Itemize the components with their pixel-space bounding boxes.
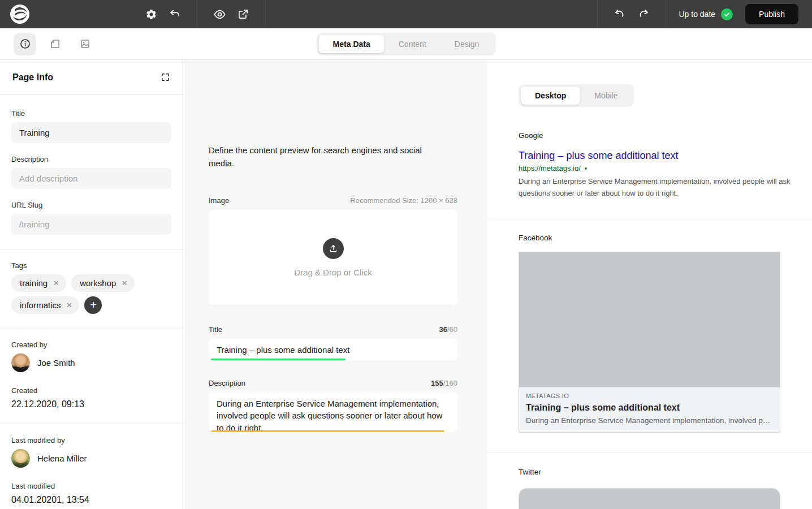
editor-intro-text: Define the content preview for search en… [209,144,436,170]
topbar-divider [265,0,266,28]
meta-title-label: Title [209,325,222,334]
url-slug-field-group: URL Slug [11,201,171,235]
top-bar: Up to date Publish [0,0,812,28]
device-toggle-desktop[interactable]: Desktop [521,87,580,105]
twitter-image-placeholder [519,488,780,509]
meta-title-card [209,339,457,360]
page-image-tool-button[interactable] [74,33,96,55]
last-modified-by-label: Last modified by [11,436,171,445]
device-toggle-mobile[interactable]: Mobile [580,87,632,105]
back-undo-button[interactable] [167,7,182,21]
app-logo-button[interactable] [10,4,30,24]
last-modified-date: 04.01.20201, 13:54 [11,495,171,505]
google-preview-section: Desktop Mobile Google Training – plus so… [487,60,812,218]
avatar [11,353,30,372]
upload-icon [323,238,344,259]
tag-label: training [20,278,47,288]
publish-button[interactable]: Publish [745,4,798,24]
image-picture-icon [79,38,91,50]
preview-panel: Desktop Mobile Google Training – plus so… [487,60,812,509]
url-slug-input[interactable] [11,214,171,235]
tags-label: Tags [11,261,171,270]
description-input[interactable] [11,168,171,189]
page-content-tool-button[interactable] [44,33,66,55]
image-label-row: Image Recommended Size: 1200 × 628 [209,196,457,205]
facebook-card-footer: METATAGS.IO Training – plus some additio… [519,387,780,432]
url-slug-field-label: URL Slug [11,201,171,209]
sidebar-divider [0,328,183,329]
title-input[interactable] [11,122,171,143]
twitter-preview-section: Twitter [487,452,812,509]
editor-tabs: Meta Data Content Design [317,33,496,55]
preview-button[interactable] [212,7,227,21]
meta-data-editor: Define the content preview for search en… [183,60,487,509]
created-by-label: Created by [11,340,171,349]
facebook-title: Training – plus some additional text [526,403,773,413]
expand-sidebar-button[interactable] [161,72,170,82]
redo-button[interactable] [636,7,651,21]
undo-button[interactable] [612,7,627,21]
dropzone-text: Drag & Drop or Click [294,268,372,277]
redo-icon [637,8,650,20]
main-area: Page Info Title Description URL Slug [0,60,812,509]
tab-content[interactable]: Content [385,35,440,53]
tags-list: training × workshop × informatics × + [11,274,141,314]
title-underline [211,359,345,360]
tag-pill-informatics: informatics × [11,296,79,314]
fullscreen-expand-icon [161,72,170,82]
meta-description-label-row: Description 155/160 [209,379,457,387]
url-dropdown-caret-icon: ▾ [585,166,588,171]
facebook-domain: METATAGS.IO [526,392,773,399]
image-dropzone[interactable]: Drag & Drop or Click [209,210,457,305]
check-circle-icon [721,8,733,20]
created-date: 22.12.2020, 09:13 [11,399,171,409]
topbar-settings-group [129,0,197,28]
gear-icon [145,8,157,20]
meta-title-input[interactable] [209,339,457,360]
meta-title-label-row: Title 36/60 [209,325,457,334]
tag-pill-training: training × [11,274,66,292]
add-tag-button[interactable]: + [84,296,102,314]
topbar-preview-group [197,0,265,28]
tab-design[interactable]: Design [440,35,494,53]
facebook-section-label: Facebook [519,234,812,242]
device-toggle: Desktop Mobile [519,84,634,107]
back-arrow-icon [169,8,181,20]
google-result-description: During an Enterprise Service Management … [519,176,804,200]
avatar [11,449,30,468]
created-by-name: Joe Smith [37,358,75,368]
tab-meta-data[interactable]: Meta Data [319,35,385,53]
settings-button[interactable] [144,7,158,21]
google-section-label: Google [519,131,812,140]
tag-label: workshop [80,278,116,288]
remove-tag-button[interactable]: × [122,278,127,288]
undo-icon [614,8,626,20]
title-char-count: 36 [439,325,447,334]
remove-tag-button[interactable]: × [53,278,59,288]
document-page-icon [49,38,61,50]
topbar-history-group [598,0,666,28]
created-label: Created [11,386,171,395]
status-text: Up to date [679,10,715,19]
remove-tag-button[interactable]: × [67,300,72,310]
facebook-image-placeholder [519,252,780,387]
tag-label: informatics [20,300,61,310]
sidebar-heading: Page Info [12,72,53,83]
external-link-icon [237,8,249,20]
sidebar-divider [0,249,183,249]
image-label: Image [209,196,229,205]
meta-description-label: Description [209,379,245,387]
last-modified-label: Last modified [11,482,171,490]
sidebar-divider [0,424,183,424]
meta-description-input[interactable]: During an Enterprise Service Management … [209,392,457,432]
open-external-button[interactable] [236,7,250,21]
logo-container [0,4,40,24]
twitter-section-label: Twitter [519,468,812,476]
title-field-label: Title [11,109,171,118]
meta-description-card: During an Enterprise Service Management … [209,392,457,432]
page-info-tool-button[interactable] [14,33,36,55]
info-circle-icon [19,38,31,50]
title-field-group: Title [11,109,171,143]
facebook-description: During an Enterprise Service Management … [526,416,773,425]
sidebar-body: Title Description URL Slug Tags training… [0,95,183,505]
